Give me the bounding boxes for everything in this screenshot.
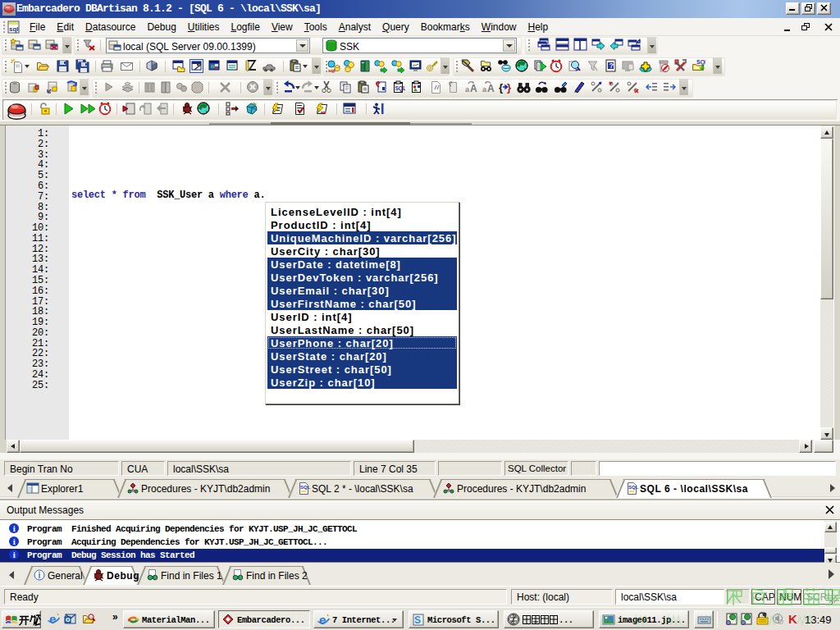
svg-text:e: e: [49, 612, 56, 626]
svg-text:i: i: [39, 571, 41, 580]
svg-text:e: e: [319, 613, 326, 627]
svg-text:SQL: SQL: [395, 85, 406, 92]
svg-text:SQL: SQL: [628, 485, 639, 490]
svg-text:O: O: [66, 617, 71, 623]
svg-text:?: ?: [609, 62, 614, 70]
svg-text:A: A: [470, 83, 477, 94]
svg-text:S: S: [414, 614, 421, 626]
svg-text:sql: sql: [328, 68, 336, 73]
svg-text:SQL: SQL: [300, 485, 311, 490]
svg-text:A: A: [487, 83, 495, 94]
svg-text:{: {: [499, 81, 503, 94]
svg-text:SQL: SQL: [696, 59, 705, 66]
svg-text:sql: sql: [9, 25, 19, 33]
